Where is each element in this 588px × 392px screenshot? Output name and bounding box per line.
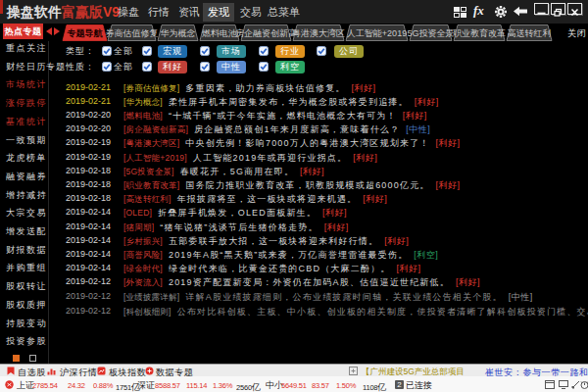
svg-text:高送转红利: 高送转红利 [508,28,552,38]
svg-text:职业教育改革: 职业教育改革 [453,28,506,38]
svg-text:5G投资全景: 5G投资全景 [407,28,454,38]
svg-text:华为概念: 华为概念 [161,28,196,38]
svg-text:专题导航: 专题导航 [67,28,104,38]
svg-text:粤港澳大湾区: 粤港澳大湾区 [292,28,345,38]
svg-text:燃料电池: 燃料电池 [202,28,237,38]
svg-text:房企融资创新高: 房企融资创新高 [235,28,297,38]
svg-text:人工智能+2019: 人工智能+2019 [347,28,407,38]
svg-text:券商估值修复: 券商估值修复 [106,28,159,38]
